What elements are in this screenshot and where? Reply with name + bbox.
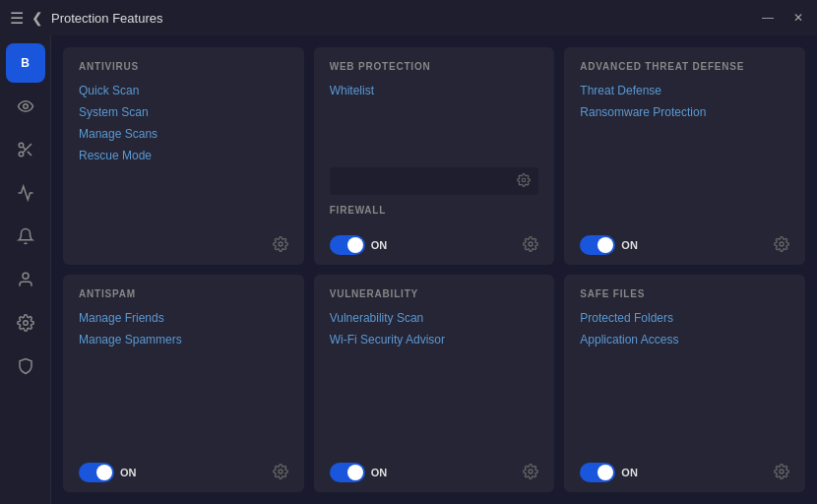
- svg-point-14: [780, 470, 784, 473]
- safe-files-gear-icon[interactable]: [774, 464, 789, 482]
- card-advanced-threat: ADVANCED THREAT DEFENSE Threat Defense R…: [564, 47, 805, 265]
- ransomware-link[interactable]: Ransomware Protection: [580, 105, 789, 119]
- scissors-icon: [17, 141, 34, 158]
- safe-files-links: Protected Folders Application Access: [580, 311, 789, 455]
- sidebar-item-monitor[interactable]: [6, 87, 45, 126]
- card-vulnerability: VULNERABILITY Vulnerability Scan Wi-Fi S…: [314, 275, 555, 492]
- card-antispam: ANTISPAM Manage Friends Manage Spammers …: [63, 275, 304, 492]
- page-title: Protection Features: [51, 11, 162, 26]
- system-scan-link[interactable]: System Scan: [79, 105, 288, 119]
- main-layout: B ANTIVIRUS: [0, 35, 817, 504]
- safe-files-title: SAFE FILES: [580, 288, 789, 299]
- antispam-toggle-label: ON: [120, 467, 137, 478]
- advanced-threat-toggle-label: ON: [621, 239, 638, 251]
- antispam-title: ANTISPAM: [79, 288, 288, 299]
- whitelist-input-area: [330, 167, 539, 195]
- antivirus-title: ANTIVIRUS: [79, 61, 288, 72]
- user-icon: [17, 271, 34, 288]
- protected-folders-link[interactable]: Protected Folders: [580, 311, 789, 325]
- svg-point-11: [780, 242, 784, 246]
- web-protection-toggle-area: ON: [330, 235, 388, 255]
- card-antivirus: ANTIVIRUS Quick Scan System Scan Manage …: [63, 47, 304, 265]
- manage-friends-link[interactable]: Manage Friends: [79, 311, 288, 325]
- rescue-mode-link[interactable]: Rescue Mode: [79, 149, 288, 162]
- title-bar: ☰ ❮ Protection Features — ✕: [0, 0, 817, 35]
- antivirus-links: Quick Scan System Scan Manage Scans Resc…: [79, 84, 288, 228]
- card-safe-files: SAFE FILES Protected Folders Application…: [564, 275, 805, 492]
- manage-spammers-link[interactable]: Manage Spammers: [79, 333, 288, 346]
- advanced-threat-gear-icon[interactable]: [774, 236, 789, 255]
- advanced-threat-links: Threat Defense Ransomware Protection: [580, 84, 789, 227]
- eye-icon: [17, 97, 34, 115]
- vulnerability-scan-link[interactable]: Vulnerability Scan: [330, 311, 539, 325]
- safe-files-toggle[interactable]: [580, 463, 615, 482]
- vulnerability-toggle[interactable]: [330, 463, 365, 482]
- sidebar-item-activity[interactable]: [6, 173, 45, 213]
- svg-point-1: [19, 143, 24, 148]
- advanced-threat-footer: ON: [580, 227, 789, 255]
- advanced-threat-title: ADVANCED THREAT DEFENSE: [580, 61, 789, 72]
- antivirus-footer: [79, 228, 288, 255]
- minimize-button[interactable]: —: [758, 9, 778, 27]
- whitelist-link[interactable]: Whitelist: [330, 84, 539, 97]
- antispam-toggle[interactable]: [79, 463, 114, 482]
- svg-point-9: [523, 178, 527, 182]
- web-protection-toggle-label: ON: [371, 239, 388, 251]
- svg-point-6: [23, 273, 29, 279]
- advanced-threat-toggle-area: ON: [580, 235, 638, 255]
- avatar: B: [11, 48, 40, 78]
- shield-icon: [17, 357, 34, 375]
- svg-point-10: [529, 242, 533, 246]
- svg-point-7: [23, 321, 28, 326]
- sidebar-item-user[interactable]: [6, 260, 45, 299]
- wifi-advisor-link[interactable]: Wi-Fi Security Advisor: [330, 333, 539, 346]
- vulnerability-toggle-label: ON: [371, 467, 388, 478]
- advanced-threat-toggle[interactable]: [580, 235, 615, 255]
- antispam-toggle-area: ON: [79, 463, 137, 482]
- activity-icon: [17, 184, 34, 202]
- content-area: ANTIVIRUS Quick Scan System Scan Manage …: [51, 35, 817, 504]
- svg-line-5: [23, 147, 26, 150]
- vulnerability-gear-icon[interactable]: [523, 464, 538, 482]
- vulnerability-footer: ON: [330, 455, 539, 482]
- sidebar-item-avatar[interactable]: B: [6, 43, 45, 83]
- antispam-footer: ON: [79, 455, 288, 482]
- manage-scans-link[interactable]: Manage Scans: [79, 127, 288, 141]
- sidebar-item-settings[interactable]: [6, 303, 45, 343]
- antispam-links: Manage Friends Manage Spammers: [79, 311, 288, 455]
- vulnerability-title: VULNERABILITY: [330, 288, 539, 299]
- application-access-link[interactable]: Application Access: [580, 333, 789, 346]
- quick-scan-link[interactable]: Quick Scan: [79, 84, 288, 97]
- sidebar-item-tools[interactable]: [6, 130, 45, 169]
- antivirus-gear-icon[interactable]: [273, 236, 288, 255]
- cards-grid: ANTIVIRUS Quick Scan System Scan Manage …: [63, 47, 805, 492]
- web-protection-footer: ON: [330, 227, 539, 255]
- whitelist-input-gear[interactable]: [517, 173, 531, 190]
- web-protection-title: WEB PROTECTION: [330, 61, 539, 72]
- sidebar: B: [0, 35, 51, 504]
- vulnerability-links: Vulnerability Scan Wi-Fi Security Adviso…: [330, 311, 539, 455]
- svg-point-0: [23, 104, 28, 109]
- safe-files-footer: ON: [580, 455, 789, 482]
- vulnerability-toggle-area: ON: [330, 463, 388, 482]
- window-controls: — ✕: [758, 9, 807, 27]
- settings-icon: [17, 314, 34, 332]
- svg-point-2: [19, 152, 24, 157]
- sidebar-item-shield[interactable]: [6, 346, 45, 386]
- web-protection-links: Whitelist: [330, 84, 539, 167]
- svg-line-4: [27, 152, 31, 156]
- hamburger-icon[interactable]: ☰: [10, 9, 24, 28]
- web-protection-toggle[interactable]: [330, 235, 365, 255]
- card-web-protection: WEB PROTECTION Whitelist FIREWALL: [314, 47, 555, 265]
- bell-icon: [17, 227, 34, 245]
- close-button[interactable]: ✕: [789, 9, 807, 27]
- svg-point-8: [279, 242, 283, 246]
- safe-files-toggle-label: ON: [621, 467, 638, 478]
- sidebar-item-bell[interactable]: [6, 217, 45, 256]
- web-protection-gear-icon[interactable]: [523, 236, 538, 255]
- antispam-gear-icon[interactable]: [273, 464, 288, 482]
- back-icon[interactable]: ❮: [31, 10, 43, 26]
- threat-defense-link[interactable]: Threat Defense: [580, 84, 789, 97]
- svg-point-13: [529, 470, 533, 473]
- firewall-title: FIREWALL: [330, 205, 539, 216]
